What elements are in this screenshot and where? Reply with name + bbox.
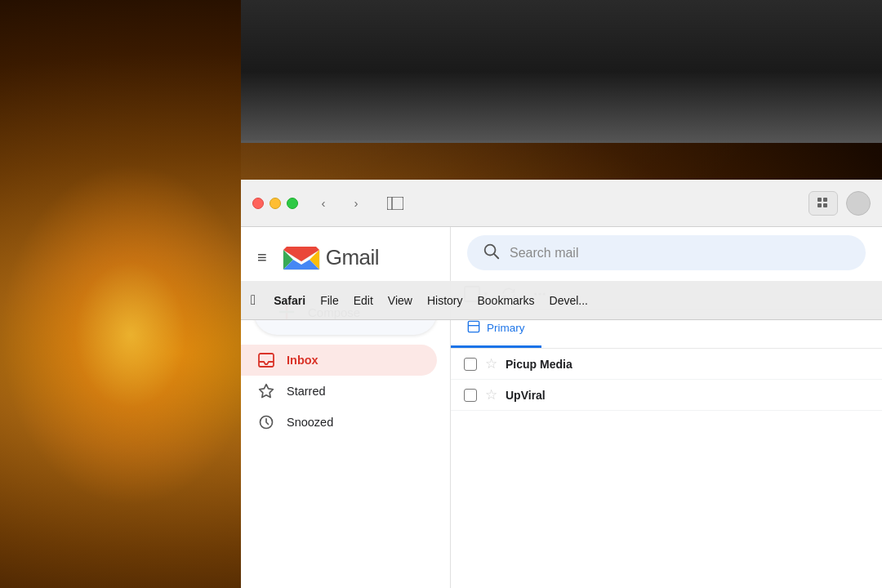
menu-safari[interactable]: Safari [274, 294, 305, 307]
svg-rect-4 [817, 203, 822, 207]
svg-rect-0 [387, 197, 403, 210]
search-bar[interactable]: Search mail [467, 235, 866, 270]
close-button[interactable] [252, 198, 264, 209]
menu-history[interactable]: History [427, 294, 463, 307]
menu-develop[interactable]: Devel... [550, 294, 588, 307]
macos-menubar:  Safari File Edit View History Bookmark… [241, 281, 882, 320]
star-toggle-icon[interactable]: ☆ [485, 355, 497, 372]
star-icon [257, 382, 275, 400]
search-icon [482, 242, 500, 264]
menu-bookmarks[interactable]: Bookmarks [477, 294, 534, 307]
gmail-logo: Gmail [280, 242, 379, 273]
tab-primary-label: Primary [487, 322, 525, 334]
sidebar-toggle-icon [387, 197, 403, 210]
profile-avatar[interactable] [846, 191, 871, 216]
email-sender-name: Picup Media [506, 358, 572, 371]
back-button[interactable]: ‹ [311, 191, 336, 216]
laptop-bezel [241, 0, 882, 143]
sidebar-inbox-label: Inbox [287, 354, 424, 367]
table-row[interactable]: ☆ UpViral [451, 380, 882, 411]
forward-icon: › [354, 196, 359, 210]
browser-chrome: ‹ › [241, 180, 882, 227]
email-sender-name: UpViral [506, 389, 546, 402]
sidebar-starred-label: Starred [287, 385, 424, 398]
svg-line-11 [494, 254, 498, 258]
search-placeholder-text: Search mail [510, 246, 578, 261]
gmail-header: ≡ Gmail [241, 234, 450, 286]
email-checkbox[interactable] [464, 389, 477, 402]
gmail-m-icon [280, 242, 323, 273]
screen-area:  Safari File Edit View History Bookmark… [241, 140, 882, 588]
menu-view[interactable]: View [388, 294, 412, 307]
gmail-text-label: Gmail [326, 245, 379, 270]
email-list: ☆ Picup Media ☆ UpViral [451, 349, 882, 411]
forward-button[interactable]: › [344, 191, 368, 216]
svg-rect-2 [817, 198, 822, 202]
traffic-lights [252, 198, 298, 209]
svg-rect-5 [823, 203, 827, 207]
email-checkbox[interactable] [464, 358, 477, 371]
menu-edit[interactable]: Edit [354, 294, 373, 307]
fullscreen-button[interactable] [287, 198, 298, 209]
svg-rect-3 [823, 198, 827, 202]
sidebar-snoozed-label: Snoozed [287, 416, 424, 429]
minimize-button[interactable] [270, 198, 281, 209]
hamburger-menu-icon[interactable]: ≡ [254, 245, 270, 270]
primary-tab-icon [467, 320, 480, 336]
sidebar-item-starred[interactable]: Starred [241, 376, 437, 407]
sidebar-toggle-button[interactable] [381, 191, 409, 216]
menu-file[interactable]: File [320, 294, 339, 307]
bg-light-effect [0, 163, 261, 506]
grid-icon [817, 198, 829, 209]
apple-menu-icon[interactable]:  [251, 292, 256, 309]
svg-rect-15 [468, 321, 479, 332]
grid-button[interactable] [808, 191, 838, 216]
inbox-icon [257, 351, 275, 369]
sidebar-item-inbox[interactable]: Inbox [241, 345, 437, 376]
snoozed-icon [257, 413, 275, 431]
star-toggle-icon[interactable]: ☆ [485, 386, 497, 403]
table-row[interactable]: ☆ Picup Media [451, 349, 882, 380]
sidebar-item-snoozed[interactable]: Snoozed [241, 407, 437, 438]
back-icon: ‹ [322, 196, 326, 210]
